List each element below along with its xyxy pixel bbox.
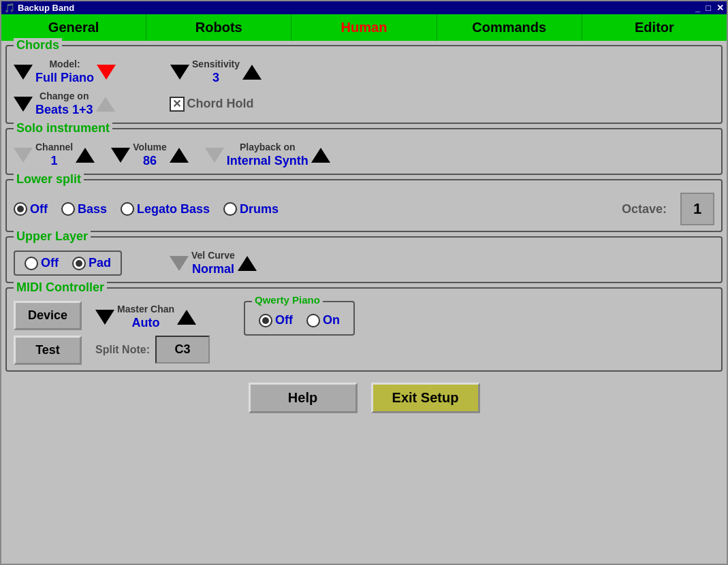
sensitivity-spinner: Sensitivity 3 bbox=[170, 59, 262, 85]
channel-ctrl: Channel 1 bbox=[35, 142, 73, 168]
menu-commands[interactable]: Commands bbox=[437, 14, 582, 41]
chords-title: Chords bbox=[14, 38, 62, 52]
upper-layer-pad[interactable]: Pad bbox=[72, 256, 111, 270]
sensitivity-down-arrow[interactable] bbox=[170, 65, 189, 80]
split-note-label: Split Note: bbox=[95, 344, 150, 356]
help-button[interactable]: Help bbox=[249, 383, 358, 413]
chord-hold-label: Chord Hold bbox=[187, 97, 254, 111]
lower-split-bass-radio[interactable] bbox=[61, 202, 75, 216]
sensitivity-ctrl: Sensitivity 3 bbox=[192, 59, 240, 85]
qwerty-off[interactable]: Off bbox=[259, 313, 293, 327]
solo-section: Solo instrument Channel 1 Volume 86 bbox=[5, 128, 723, 175]
playback-spinner: Playback on Internal Synth bbox=[205, 142, 330, 168]
master-chan-spinner: Master Chan Auto bbox=[95, 304, 210, 330]
volume-up-arrow[interactable] bbox=[170, 148, 189, 163]
vel-curve-down-arrow[interactable] bbox=[170, 256, 189, 271]
midi-controller-section: MIDI Controller Device Test Master Chan … bbox=[5, 287, 723, 372]
qwerty-piano-section: Qwerty Piano Off On bbox=[244, 301, 355, 336]
octave-label: Octave: bbox=[622, 202, 667, 216]
win-minimize[interactable]: _ bbox=[695, 3, 700, 13]
model-up-arrow[interactable] bbox=[97, 65, 116, 80]
qwerty-off-label: Off bbox=[275, 313, 293, 327]
channel-spinner: Channel 1 bbox=[14, 142, 95, 168]
test-button[interactable]: Test bbox=[14, 336, 82, 365]
channel-up-arrow[interactable] bbox=[76, 148, 95, 163]
change-on-spinner: Change on Beats 1+3 bbox=[14, 91, 115, 117]
titlebar: 🎵 Backup Band _ □ ✕ bbox=[1, 1, 727, 14]
upper-layer-radios: Off Pad bbox=[14, 251, 122, 276]
chord-hold-checkbox[interactable]: ✕ bbox=[170, 97, 185, 112]
chords-section: Chords Model: Full Piano Sensitivity 3 bbox=[5, 45, 723, 124]
app-icon: 🎵 bbox=[4, 3, 15, 13]
change-on-up-arrow[interactable] bbox=[96, 97, 115, 112]
playback-value: Internal Synth bbox=[227, 154, 308, 168]
master-chan-down-arrow[interactable] bbox=[95, 310, 114, 325]
sensitivity-up-arrow[interactable] bbox=[242, 65, 262, 80]
lower-split-drums[interactable]: Drums bbox=[223, 202, 279, 216]
playback-ctrl: Playback on Internal Synth bbox=[227, 142, 308, 168]
menubar: General Robots Human Commands Editor bbox=[1, 14, 727, 41]
qwerty-on[interactable]: On bbox=[306, 313, 340, 327]
master-chan-up-arrow[interactable] bbox=[177, 310, 196, 325]
volume-ctrl: Volume 86 bbox=[133, 142, 167, 168]
lower-split-off[interactable]: Off bbox=[14, 202, 48, 216]
app-title: Backup Band bbox=[18, 3, 74, 13]
master-chan-value: Auto bbox=[132, 316, 160, 330]
solo-title: Solo instrument bbox=[14, 121, 112, 135]
win-maximize[interactable]: □ bbox=[706, 3, 711, 13]
midi-controller-title: MIDI Controller bbox=[14, 280, 107, 295]
qwerty-on-radio[interactable] bbox=[306, 314, 320, 327]
upper-layer-off-label: Off bbox=[41, 256, 59, 270]
split-note-value: C3 bbox=[155, 336, 210, 364]
lower-split-title: Lower split bbox=[14, 172, 84, 187]
channel-down-arrow[interactable] bbox=[14, 148, 33, 163]
model-spinner: Model: Full Piano bbox=[14, 59, 116, 85]
playback-label: Playback on bbox=[240, 142, 296, 152]
lower-split-off-radio[interactable] bbox=[14, 202, 27, 216]
playback-down-arrow[interactable] bbox=[205, 148, 224, 163]
lower-split-drums-label: Drums bbox=[240, 202, 279, 216]
vel-curve-value: Normal bbox=[192, 262, 234, 276]
master-chan-ctrl: Master Chan Auto bbox=[117, 304, 174, 330]
change-on-down-arrow[interactable] bbox=[14, 97, 33, 112]
lower-split-bass[interactable]: Bass bbox=[61, 202, 107, 216]
playback-up-arrow[interactable] bbox=[311, 148, 330, 163]
lower-split-legato-radio[interactable] bbox=[121, 202, 134, 216]
upper-layer-section: Upper Layer Off Pad bbox=[5, 236, 723, 283]
win-close[interactable]: ✕ bbox=[716, 3, 724, 13]
sensitivity-label: Sensitivity bbox=[192, 59, 240, 69]
volume-label: Volume bbox=[133, 142, 167, 152]
vel-curve-up-arrow[interactable] bbox=[238, 256, 257, 271]
menu-editor[interactable]: Editor bbox=[582, 14, 727, 41]
lower-split-section: Lower split Off Bass Legato Bass Drums O… bbox=[5, 179, 723, 232]
channel-label: Channel bbox=[35, 142, 73, 152]
upper-layer-off-radio[interactable] bbox=[25, 257, 38, 270]
exit-setup-button[interactable]: Exit Setup bbox=[371, 383, 480, 413]
lower-split-off-label: Off bbox=[30, 202, 48, 216]
sensitivity-value: 3 bbox=[212, 71, 219, 85]
vel-curve-label: Vel Curve bbox=[191, 250, 235, 261]
upper-layer-off[interactable]: Off bbox=[25, 256, 59, 270]
volume-spinner: Volume 86 bbox=[111, 142, 189, 168]
model-ctrl: Model: Full Piano bbox=[35, 59, 94, 85]
qwerty-off-radio[interactable] bbox=[259, 314, 272, 327]
vel-curve-ctrl: Vel Curve Normal bbox=[191, 250, 235, 276]
menu-general[interactable]: General bbox=[1, 14, 146, 41]
upper-layer-pad-label: Pad bbox=[89, 256, 111, 270]
menu-human[interactable]: Human bbox=[291, 14, 437, 41]
qwerty-piano-title: Qwerty Piano bbox=[252, 294, 323, 306]
lower-split-legato[interactable]: Legato Bass bbox=[121, 202, 210, 216]
lower-split-drums-radio[interactable] bbox=[223, 202, 237, 216]
lower-split-legato-label: Legato Bass bbox=[137, 202, 210, 216]
menu-robots[interactable]: Robots bbox=[146, 14, 291, 41]
volume-value: 86 bbox=[143, 154, 157, 168]
change-on-value: Beats 1+3 bbox=[35, 103, 93, 117]
model-down-arrow[interactable] bbox=[14, 65, 33, 80]
octave-value: 1 bbox=[680, 193, 714, 225]
upper-layer-title: Upper Layer bbox=[14, 229, 91, 244]
channel-value: 1 bbox=[51, 154, 58, 168]
volume-down-arrow[interactable] bbox=[111, 148, 130, 163]
device-button[interactable]: Device bbox=[14, 301, 82, 330]
upper-layer-pad-radio[interactable] bbox=[72, 257, 86, 270]
lower-split-bass-label: Bass bbox=[78, 202, 107, 216]
